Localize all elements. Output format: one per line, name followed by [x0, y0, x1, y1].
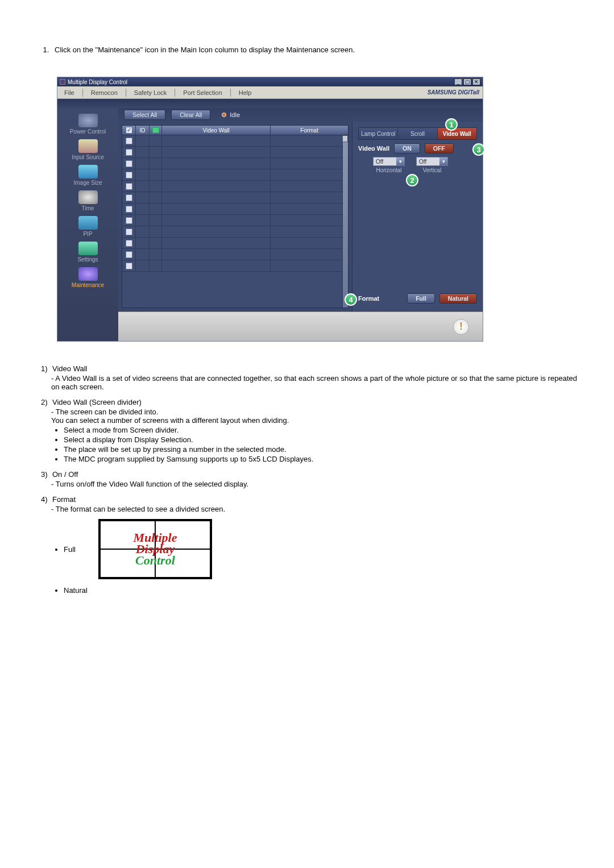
- sidebar-item-settings[interactable]: Settings: [57, 239, 118, 265]
- table-row[interactable]: [122, 215, 348, 226]
- format-full-row: Full Multiple Display Control: [64, 519, 580, 579]
- table-row[interactable]: [122, 249, 348, 260]
- tab-lamp-control[interactable]: Lamp Control: [359, 128, 398, 139]
- table-row[interactable]: [122, 147, 348, 158]
- menu-help[interactable]: Help: [239, 89, 252, 96]
- app-title: Multiple Display Control: [68, 79, 453, 85]
- table-row[interactable]: [122, 181, 348, 192]
- checkbox-icon[interactable]: [126, 206, 132, 213]
- grid-header: ID Video Wall Format: [122, 125, 349, 135]
- horizontal-select[interactable]: Off ▾: [373, 157, 405, 166]
- sidebar: Power Control Input Source Image Size Ti…: [57, 108, 118, 341]
- header-checkbox-col[interactable]: [122, 126, 136, 135]
- off-button[interactable]: OFF: [425, 143, 454, 153]
- checkbox-icon[interactable]: [126, 251, 132, 258]
- callout-3: 3: [472, 143, 485, 156]
- header-gradient: [57, 99, 483, 108]
- sidebar-item-image-size[interactable]: Image Size: [57, 163, 118, 188]
- vertical-label: Vertical: [423, 167, 442, 173]
- video-wall-group: Video Wall ON OFF: [358, 143, 477, 153]
- idle-label: Idle: [230, 111, 240, 118]
- scroll-thumb[interactable]: [342, 135, 348, 142]
- sidebar-item-maintenance[interactable]: Maintenance: [57, 265, 118, 290]
- tab-scroll[interactable]: Scroll: [398, 128, 437, 139]
- header-id: ID: [136, 126, 150, 135]
- callout-4: 4: [345, 293, 357, 306]
- header-format: Format: [271, 126, 348, 135]
- format-group: Format Full Natural: [358, 293, 477, 304]
- intro-list: Click on the "Maintenance" icon in the M…: [51, 45, 580, 54]
- sidebar-item-label: Power Control: [57, 128, 118, 135]
- pip-icon: [78, 216, 98, 230]
- grid-body: [122, 135, 349, 308]
- menu-safety-lock[interactable]: Safety Lock: [134, 89, 167, 96]
- menu-sep: [230, 89, 231, 97]
- status-bar: !: [118, 312, 483, 341]
- menu-port-selection[interactable]: Port Selection: [183, 89, 222, 96]
- menu-remocon[interactable]: Remocon: [91, 89, 118, 96]
- scrollbar[interactable]: [342, 135, 348, 308]
- checkbox-icon[interactable]: [126, 194, 132, 201]
- table-row[interactable]: [122, 203, 348, 215]
- checkbox-icon[interactable]: [126, 183, 132, 190]
- toolbar: Select All Clear All Idle: [118, 108, 483, 122]
- close-button[interactable]: ✕: [472, 78, 480, 85]
- horizontal-label: Horizontal: [376, 167, 401, 173]
- video-wall-label: Video Wall: [358, 145, 389, 152]
- chevron-down-icon[interactable]: ▾: [396, 157, 404, 165]
- sidebar-item-input-source[interactable]: Input Source: [57, 137, 118, 163]
- image-size-icon: [78, 165, 98, 178]
- sidebar-item-label: Settings: [57, 256, 118, 263]
- menu-file[interactable]: File: [64, 89, 74, 96]
- checkbox-icon[interactable]: [126, 160, 132, 167]
- explain-item-4: 4)Format The format can be selected to s…: [41, 495, 580, 596]
- table-row[interactable]: [122, 226, 348, 238]
- dash-list: Turns on/off the Video Wall function of …: [51, 480, 580, 488]
- on-button[interactable]: ON: [394, 143, 420, 153]
- bullet-item: The place will be set up by pressing a n…: [64, 445, 580, 454]
- clear-all-button[interactable]: Clear All: [171, 110, 210, 120]
- natural-button[interactable]: Natural: [439, 293, 477, 304]
- clock-icon: [78, 190, 98, 204]
- table-row[interactable]: [122, 260, 348, 272]
- menu-sep: [175, 89, 175, 97]
- checkbox-icon[interactable]: [126, 240, 132, 247]
- sidebar-item-power[interactable]: Power Control: [57, 111, 118, 137]
- sidebar-item-label: Time: [57, 205, 118, 211]
- checkbox-icon[interactable]: [126, 172, 132, 178]
- header-status-col: [150, 126, 162, 135]
- checkbox-icon[interactable]: [126, 149, 132, 156]
- dash-list: The format can be selected to see a divi…: [51, 505, 580, 513]
- checkbox-icon[interactable]: [126, 229, 132, 235]
- display-grid: ID Video Wall Format: [118, 122, 352, 312]
- menu-sep: [82, 89, 83, 97]
- vertical-select[interactable]: Off ▾: [416, 157, 448, 166]
- full-button[interactable]: Full: [407, 293, 435, 304]
- maximize-button[interactable]: ▢: [463, 78, 471, 85]
- power-icon: [78, 114, 98, 127]
- chevron-down-icon[interactable]: ▾: [439, 157, 447, 165]
- app-window: Multiple Display Control _ ▢ ✕ File Remo…: [57, 77, 483, 342]
- bullet-list: Select a mode from Screen divider. Selec…: [64, 426, 580, 463]
- table-row[interactable]: [122, 158, 348, 169]
- vertical-select-wrap: Off ▾ Vertical: [416, 157, 448, 173]
- explain-item-2: 2)Video Wall (Screen divider) The screen…: [41, 398, 580, 463]
- table-row[interactable]: [122, 238, 348, 249]
- callout-1: 1: [445, 118, 458, 131]
- table-row[interactable]: [122, 169, 348, 181]
- tab-video-wall[interactable]: Video Wall: [438, 128, 476, 139]
- diagram-overlay: Multiple Display Control: [100, 521, 210, 578]
- explain-item-3: 3)On / Off Turns on/off the Video Wall f…: [41, 470, 580, 488]
- table-row[interactable]: [122, 135, 348, 147]
- table-row[interactable]: [122, 192, 348, 203]
- checkbox-icon[interactable]: [126, 138, 132, 144]
- checkbox-icon[interactable]: [126, 263, 132, 269]
- idle-dot-icon: [222, 113, 226, 117]
- horizontal-select-wrap: Off ▾ Horizontal: [373, 157, 405, 173]
- minimize-button[interactable]: _: [454, 78, 462, 85]
- sidebar-item-pip[interactable]: PIP: [57, 214, 118, 239]
- checkbox-icon[interactable]: [126, 217, 132, 224]
- sidebar-item-time[interactable]: Time: [57, 188, 118, 214]
- select-all-button[interactable]: Select All: [124, 110, 165, 120]
- format-natural-row: Natural: [64, 585, 580, 596]
